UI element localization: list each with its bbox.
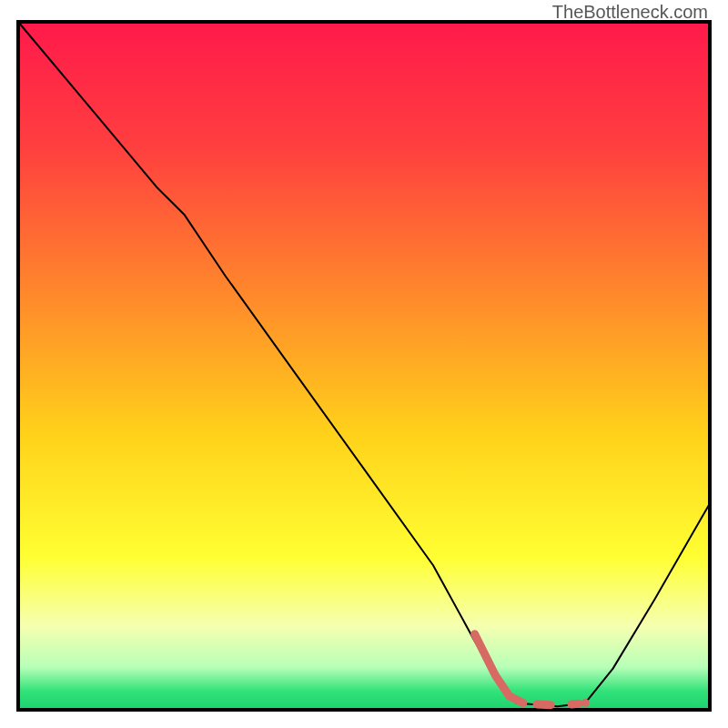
chart-svg — [0, 0, 728, 728]
chart-container: TheBottleneck.com — [0, 0, 728, 728]
highlight-dash-2 — [571, 703, 579, 704]
highlight-dash-1 — [537, 704, 551, 705]
highlight-dot — [581, 699, 590, 707]
gradient-background — [20, 24, 708, 708]
attribution-text: TheBottleneck.com — [552, 2, 708, 23]
